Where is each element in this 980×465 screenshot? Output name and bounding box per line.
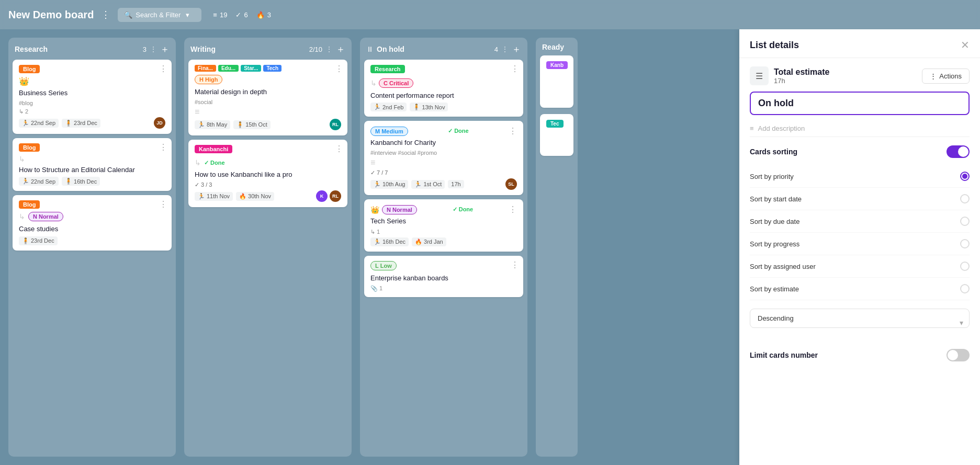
column-add-onhold[interactable]: ＋	[512, 43, 521, 55]
check-icon: ✓	[235, 11, 241, 19]
sort-option-start-date[interactable]: Sort by start date	[750, 188, 970, 210]
list-name-input[interactable]	[750, 92, 970, 115]
priority-badge-low: L Low	[370, 261, 397, 270]
sort-option-progress[interactable]: Sort by progress	[750, 233, 970, 255]
order-select[interactable]: Ascending Descending	[750, 309, 970, 328]
attachment-count: 📎 1	[370, 285, 517, 292]
due-date: 🧍 16th Dec	[62, 177, 100, 186]
column-header-onhold: ⏸ On hold 4 ⋮ ＋	[360, 38, 527, 60]
card-tag-partial: Kanb	[546, 61, 568, 69]
priority-badge-medium: M Medium	[370, 127, 408, 136]
sort-assigned-user-label: Sort by assigned user	[750, 263, 816, 270]
radio-assigned-user[interactable]	[960, 262, 970, 271]
card-title: Business Series	[19, 88, 165, 98]
card-menu-button[interactable]: ⋮	[159, 64, 167, 74]
add-description-row: ≡ Add description	[750, 120, 970, 137]
card-check: ✓ 3 / 3	[195, 182, 341, 188]
inherit-icon: ↳	[19, 155, 165, 163]
card-content-performance: Research ⋮ ↳ C Critical Content performa…	[364, 60, 523, 117]
column-menu-writing[interactable]: ⋮	[325, 45, 333, 53]
card-meta: 🏃 11th Nov 🔥 30th Nov K RL	[195, 190, 341, 202]
priority-badge-normal: N Normal	[28, 212, 63, 221]
column-add-writing[interactable]: ＋	[336, 43, 345, 55]
due-date: 🔥 30th Nov	[236, 192, 274, 201]
add-description-label: Add description	[758, 124, 805, 132]
column-writing: Writing 2/10 ⋮ ＋ Fina... Edu... Star... …	[184, 38, 352, 457]
limit-cards-toggle[interactable]	[947, 349, 970, 361]
column-menu-research[interactable]: ⋮	[150, 45, 157, 53]
actions-icon: ⋮	[930, 72, 937, 80]
card-menu-button[interactable]: ⋮	[335, 144, 343, 154]
topbar-stats: ≡ 19 ✓ 6 🔥 3	[213, 11, 271, 19]
desc-icon: ≡	[750, 124, 754, 132]
column-title-ready: Ready	[542, 43, 571, 51]
column-research: Research 3 ⋮ ＋ Blog ⋮ 👑 Business Series …	[8, 38, 176, 457]
radio-due-date[interactable]	[960, 217, 970, 226]
inherit-icon: ↳	[19, 212, 25, 221]
card-menu-button[interactable]: ⋮	[511, 64, 519, 74]
close-button[interactable]: ✕	[961, 39, 970, 51]
card-title: How to Structure an Editorial Calendar	[19, 165, 165, 175]
card-priority-row: H High	[195, 75, 341, 84]
avatar-k: K	[316, 190, 328, 202]
stat-done[interactable]: ✓ 6	[235, 11, 247, 19]
sort-option-priority[interactable]: Sort by priority	[750, 165, 970, 188]
actions-button[interactable]: ⋮ Actions	[922, 69, 970, 84]
card-tag: Blog	[19, 65, 40, 73]
task-count: 19	[220, 11, 227, 19]
column-add-research[interactable]: ＋	[160, 43, 170, 55]
radio-priority[interactable]	[960, 172, 970, 181]
card-menu-button[interactable]: ⋮	[509, 205, 517, 214]
priority-letter: L	[375, 263, 379, 269]
limit-cards-label: Limit cards number	[750, 351, 818, 359]
card-material-design: Fina... Edu... Star... Tech ⋮ H High Mat…	[188, 60, 347, 135]
radio-estimate[interactable]	[960, 284, 970, 293]
radio-start-date[interactable]	[960, 194, 970, 203]
column-menu-onhold[interactable]: ⋮	[501, 45, 509, 53]
avatar: JD	[154, 117, 165, 129]
card-menu-button[interactable]: ⋮	[511, 260, 519, 270]
radio-progress[interactable]	[960, 239, 970, 248]
card-top-row: M Medium ✓ Done ⋮	[370, 126, 517, 136]
toggle-knob	[958, 146, 968, 157]
tag-star: Star...	[241, 65, 261, 72]
chevron-down-icon: ▾	[186, 11, 189, 19]
priority-badge-high: H High	[195, 75, 222, 84]
stat-flame[interactable]: 🔥 3	[256, 11, 271, 19]
sort-option-assigned-user[interactable]: Sort by assigned user	[750, 255, 970, 278]
avatar: SL	[505, 178, 517, 190]
sort-option-estimate[interactable]: Sort by estimate	[750, 278, 970, 300]
panel-title: List details	[750, 40, 799, 51]
inherit-icon: ↳	[370, 79, 377, 87]
cards-list-onhold: Research ⋮ ↳ C Critical Content performa…	[360, 60, 527, 301]
avatar-rl: RL	[330, 190, 341, 202]
card-menu-button[interactable]: ⋮	[159, 142, 167, 152]
board-title: New Demo board	[8, 9, 94, 21]
column-count-research: 3	[143, 46, 147, 53]
card-title: Content performance report	[370, 91, 517, 100]
search-filter-button[interactable]: 🔍 Search & Filter ▾	[118, 8, 201, 22]
card-menu-button[interactable]: ⋮	[335, 64, 343, 74]
cards-sorting-toggle[interactable]	[947, 145, 970, 158]
stat-tasks[interactable]: ≡ 19	[213, 11, 227, 19]
card-editorial-calendar: Blog ⋮ ↳ How to Structure an Editorial C…	[13, 138, 172, 191]
topbar: New Demo board ⋮ 🔍 Search & Filter ▾ ≡ 1…	[0, 0, 980, 29]
cards-list-research: Blog ⋮ 👑 Business Series #blog ↳ 2 🏃 22n…	[8, 60, 176, 255]
list-view-icon: ☰	[750, 66, 769, 85]
subtask-count: ↳ 1	[370, 229, 517, 235]
list-icon: ≡	[213, 11, 217, 19]
card-title: Case studies	[19, 224, 165, 234]
card-case-studies: Blog ⋮ ↳ N Normal Case studies 🧍 23rd De…	[13, 195, 172, 250]
sort-priority-label: Sort by priority	[750, 173, 794, 180]
card-kanb-partial: Kanb	[540, 55, 573, 108]
order-select-wrapper: Ascending Descending ▾	[750, 309, 970, 336]
board-menu-icon[interactable]: ⋮	[101, 9, 110, 20]
ruler-icon: ≡	[195, 107, 341, 117]
start-date: 🏃 10th Aug	[370, 180, 408, 189]
card-menu-button[interactable]: ⋮	[159, 199, 167, 209]
card-meta: 🏃 22nd Sep 🧍 23rd Dec JD	[19, 117, 165, 129]
card-title: Enterprise kanban boards	[370, 274, 517, 283]
card-business-series: Blog ⋮ 👑 Business Series #blog ↳ 2 🏃 22n…	[13, 60, 172, 134]
sort-option-due-date[interactable]: Sort by due date	[750, 210, 970, 233]
card-menu-button[interactable]: ⋮	[509, 126, 517, 136]
